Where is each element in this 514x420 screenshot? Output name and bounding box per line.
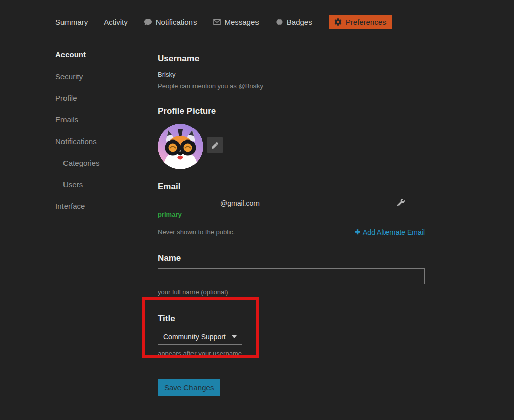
sidebar-item-account[interactable]: Account xyxy=(55,49,149,60)
email-footer-row: Never shown to the public. ✚ Add Alterna… xyxy=(158,228,425,236)
preferences-sidebar: Account Security Profile Emails Notifica… xyxy=(55,49,149,223)
email-section: Email @gmail.com primary Never shown to … xyxy=(158,181,425,236)
title-dropdown[interactable]: Community Support xyxy=(158,329,242,345)
email-value: @gmail.com xyxy=(158,199,260,207)
username-heading: Username xyxy=(158,53,425,64)
profile-picture-section: Profile Picture xyxy=(158,106,425,169)
certificate-icon xyxy=(275,18,283,26)
tab-summary-label: Summary xyxy=(55,18,88,26)
title-dropdown-value: Community Support xyxy=(163,333,226,341)
sidebar-item-emails[interactable]: Emails xyxy=(55,114,149,125)
save-changes-button[interactable]: Save Changes xyxy=(158,379,220,396)
gear-icon xyxy=(334,18,342,26)
sidebar-item-security[interactable]: Security xyxy=(55,71,149,82)
sidebar-item-users[interactable]: Users xyxy=(55,179,149,190)
user-nav: Summary Activity Notifications Messages … xyxy=(55,15,392,29)
title-section: Title Community Support appears after yo… xyxy=(158,313,425,358)
add-alternate-email-label: Add Alternate Email xyxy=(363,228,425,236)
tab-messages-label: Messages xyxy=(224,18,259,26)
username-section: Username Brisky People can mention you a… xyxy=(158,49,425,90)
username-instructions: People can mention you as @Brisky xyxy=(158,82,425,90)
email-row: @gmail.com xyxy=(158,199,425,208)
name-instructions: your full name (optional) xyxy=(158,288,425,296)
sidebar-item-interface[interactable]: Interface xyxy=(55,201,149,212)
title-instructions: appears after your username xyxy=(158,349,425,358)
name-section: Name your full name (optional) xyxy=(158,253,425,296)
sidebar-item-profile[interactable]: Profile xyxy=(55,93,149,104)
tab-preferences[interactable]: Preferences xyxy=(329,15,392,29)
full-name-input[interactable] xyxy=(158,268,425,284)
avatar-illustration xyxy=(158,124,203,169)
chevron-down-icon xyxy=(232,335,237,338)
wrench-icon xyxy=(397,199,405,206)
preferences-page: Summary Activity Notifications Messages … xyxy=(0,0,514,420)
tab-preferences-label: Preferences xyxy=(346,18,387,26)
avatar xyxy=(158,124,203,169)
sidebar-item-notifications[interactable]: Notifications xyxy=(55,136,149,147)
title-heading: Title xyxy=(158,313,425,324)
email-instructions: Never shown to the public. xyxy=(158,228,235,236)
tab-messages[interactable]: Messages xyxy=(213,15,259,29)
plus-icon: ✚ xyxy=(355,228,360,236)
username-value: Brisky xyxy=(158,70,425,79)
tab-activity[interactable]: Activity xyxy=(104,15,128,29)
add-alternate-email-link[interactable]: ✚ Add Alternate Email xyxy=(355,228,425,236)
profile-picture-heading: Profile Picture xyxy=(158,106,425,117)
tab-notifications-label: Notifications xyxy=(156,18,197,26)
tab-badges-label: Badges xyxy=(287,18,312,26)
email-heading: Email xyxy=(158,181,425,192)
pencil-icon xyxy=(212,142,218,149)
tab-activity-label: Activity xyxy=(104,18,128,26)
tab-summary[interactable]: Summary xyxy=(55,15,88,29)
sidebar-item-categories[interactable]: Categories xyxy=(55,158,149,169)
avatar-row xyxy=(158,124,425,169)
account-settings-main: Username Brisky People can mention you a… xyxy=(158,49,425,396)
email-primary-badge: primary xyxy=(158,211,425,218)
comment-icon xyxy=(144,18,152,26)
tab-badges[interactable]: Badges xyxy=(275,15,312,29)
email-settings-button[interactable] xyxy=(397,199,405,208)
edit-avatar-button[interactable] xyxy=(207,137,223,153)
name-heading: Name xyxy=(158,253,425,264)
envelope-icon xyxy=(213,18,221,26)
tab-notifications[interactable]: Notifications xyxy=(144,15,197,29)
